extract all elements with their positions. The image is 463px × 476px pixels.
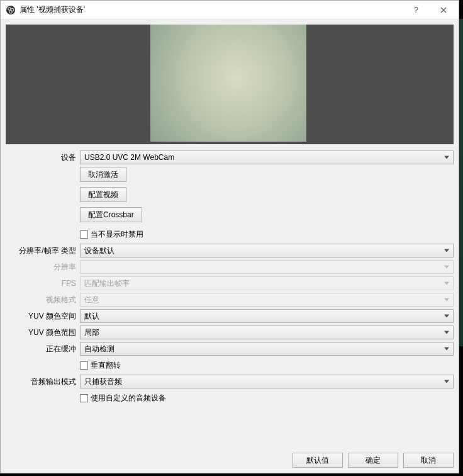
restype-label: 分辨率/帧率 类型 bbox=[6, 246, 80, 256]
window-title: 属性 '视频捕获设备' bbox=[20, 4, 402, 15]
configure-video-button[interactable]: 配置视频 bbox=[80, 187, 126, 202]
help-button[interactable]: ? bbox=[402, 1, 430, 19]
dialog-content: 设备 USB2.0 UVC 2M WebCam 取消激活 配置视频 配置Cros… bbox=[1, 20, 459, 448]
properties-dialog: 属性 '视频捕获设备' ? 设备 USB2.0 UVC 2M WebCam bbox=[0, 0, 459, 473]
chevron-down-icon bbox=[444, 282, 449, 285]
fps-label: FPS bbox=[6, 279, 80, 288]
webcam-feed bbox=[150, 25, 306, 142]
titlebar: 属性 '视频捕获设备' ? bbox=[1, 1, 459, 20]
obs-icon bbox=[6, 5, 16, 15]
restype-select[interactable]: 设备默认 bbox=[80, 244, 454, 258]
chevron-down-icon bbox=[444, 331, 449, 334]
background-strip bbox=[459, 19, 463, 346]
audio-output-select[interactable]: 只捕获音频 bbox=[80, 375, 454, 388]
audio-output-label: 音频输出模式 bbox=[6, 377, 80, 387]
chevron-down-icon bbox=[444, 380, 449, 383]
svg-text:?: ? bbox=[414, 6, 418, 14]
deactivate-button[interactable]: 取消激活 bbox=[80, 167, 126, 182]
close-button[interactable] bbox=[430, 1, 457, 19]
yuv-space-select[interactable]: 默认 bbox=[80, 309, 454, 323]
deactivate-when-hidden-checkbox[interactable]: 当不显示时禁用 bbox=[80, 229, 143, 240]
videoformat-label: 视频格式 bbox=[6, 295, 80, 305]
checkbox-icon bbox=[80, 230, 88, 239]
configure-crossbar-button[interactable]: 配置Crossbar bbox=[80, 207, 142, 222]
device-label: 设备 bbox=[6, 152, 80, 163]
ok-button[interactable]: 确定 bbox=[348, 453, 398, 468]
resolution-select bbox=[80, 260, 454, 274]
cancel-button[interactable]: 取消 bbox=[403, 453, 454, 468]
chevron-down-icon bbox=[444, 249, 449, 252]
defaults-button[interactable]: 默认值 bbox=[293, 453, 343, 468]
checkbox-icon bbox=[80, 394, 88, 402]
yuv-space-label: YUV 颜色空间 bbox=[6, 311, 80, 322]
video-preview bbox=[6, 25, 454, 144]
buffering-label: 正在缓冲 bbox=[6, 344, 80, 354]
chevron-down-icon bbox=[444, 266, 449, 269]
chevron-down-icon bbox=[444, 315, 449, 318]
checkbox-icon bbox=[80, 361, 88, 370]
dialog-footer: 默认值 确定 取消 bbox=[1, 448, 459, 473]
videoformat-select: 任意 bbox=[80, 293, 454, 307]
fps-select: 匹配输出帧率 bbox=[80, 276, 454, 290]
resolution-label: 分辨率 bbox=[6, 262, 80, 273]
properties-form: 设备 USB2.0 UVC 2M WebCam 取消激活 配置视频 配置Cros… bbox=[6, 150, 454, 443]
chevron-down-icon bbox=[444, 298, 449, 302]
chevron-down-icon bbox=[444, 348, 449, 351]
yuv-range-label: YUV 颜色范围 bbox=[6, 327, 80, 338]
flip-vertical-checkbox[interactable]: 垂直翻转 bbox=[80, 360, 121, 371]
custom-audio-checkbox[interactable]: 使用自定义的音频设备 bbox=[80, 393, 166, 404]
buffering-select[interactable]: 自动检测 bbox=[80, 342, 454, 356]
yuv-range-select[interactable]: 局部 bbox=[80, 326, 454, 339]
device-select[interactable]: USB2.0 UVC 2M WebCam bbox=[80, 150, 454, 164]
chevron-down-icon bbox=[444, 156, 449, 159]
